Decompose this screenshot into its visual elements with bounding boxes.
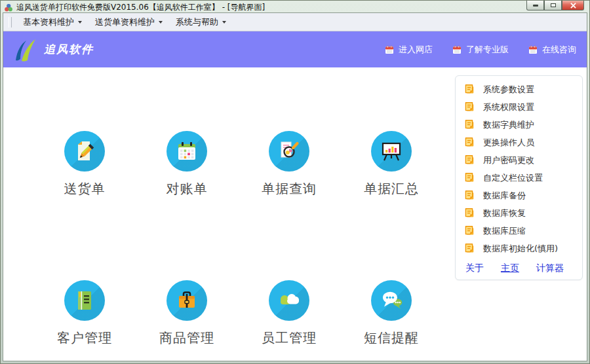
window-controls <box>526 1 584 10</box>
sidebar-item-label: 数据库备份 <box>483 190 526 202</box>
tile-label: 客户管理 <box>57 329 112 347</box>
header-link-label: 了解专业版 <box>466 44 509 56</box>
note-icon <box>463 225 475 236</box>
sidebar-item-custom-fields[interactable]: 自定义栏位设置 <box>463 169 576 187</box>
menu-delivery-data[interactable]: 送货单资料维护 <box>90 14 168 31</box>
title-bar: 追风送货单打印软件免费版V2015.06【追风软件工作室】 - [导航界面] <box>1 1 589 13</box>
sidebar-item-db-backup[interactable]: 数据库备份 <box>463 187 576 204</box>
sidebar-item-change-password[interactable]: 用户密码更改 <box>463 151 576 169</box>
tile-document-query[interactable]: 单据查询 <box>238 131 340 198</box>
menu-system-help[interactable]: 系统与帮助 <box>170 14 231 31</box>
maximize-button[interactable] <box>544 1 562 10</box>
note-icon <box>463 119 475 130</box>
tile-employee-management[interactable]: 员工管理 <box>238 280 340 347</box>
calendar-icon <box>528 45 538 54</box>
app-window: 追风送货单打印软件免费版V2015.06【追风软件工作室】 - [导航界面] 基… <box>0 0 590 364</box>
tile-label: 短信提醒 <box>364 329 419 347</box>
link-online-store[interactable]: 进入网店 <box>385 44 433 56</box>
tile-customer-management[interactable]: 客户管理 <box>33 280 136 347</box>
header-link-label: 进入网店 <box>399 44 433 56</box>
menu-label: 送货单资料维护 <box>95 16 155 28</box>
sidebar-item-label: 系统参数设置 <box>483 84 534 96</box>
close-button[interactable] <box>562 1 584 10</box>
window-title: 追风送货单打印软件免费版V2015.06【追风软件工作室】 - [导航界面] <box>16 2 265 12</box>
toolbar-gripper <box>9 17 12 27</box>
tile-circle <box>269 131 309 172</box>
tile-label: 单据汇总 <box>364 180 419 198</box>
brand-header: 追风软件 进入网店 <box>3 31 587 67</box>
tile-circle <box>167 131 207 172</box>
search-document-icon <box>277 139 302 164</box>
chevron-down-icon <box>159 21 163 24</box>
tile-circle <box>64 280 105 321</box>
tile-circle <box>167 280 207 321</box>
brand-logo-icon <box>11 37 40 63</box>
briefcase-icon <box>175 289 199 312</box>
sidebar-item-system-params[interactable]: 系统参数设置 <box>463 81 576 98</box>
tile-sms-reminder[interactable]: 短信提醒 <box>340 280 442 347</box>
tile-delivery-note[interactable]: 送货单 <box>33 131 136 198</box>
menu-label: 基本资料维护 <box>23 16 74 28</box>
homepage-link[interactable]: 主页 <box>501 263 519 274</box>
close-icon <box>570 3 576 9</box>
chevron-down-icon <box>222 21 226 24</box>
tiles-row-1: 送货单 <box>33 131 442 198</box>
brand-name: 追风软件 <box>44 42 94 57</box>
note-icon <box>463 172 475 183</box>
tile-statement[interactable]: 对账单 <box>136 131 238 198</box>
tile-product-management[interactable]: 商品管理 <box>136 280 238 347</box>
clouds-icon <box>277 288 302 313</box>
sidebar-item-label: 数据库恢复 <box>483 208 526 219</box>
sidebar-item-db-restore[interactable]: 数据库恢复 <box>463 204 576 222</box>
calendar-icon <box>452 45 462 54</box>
tiles-row-2: 客户管理 商品管理 <box>33 280 442 347</box>
sidebar-item-db-compress[interactable]: 数据库压缩 <box>463 222 576 240</box>
sidebar-item-label: 更换操作人员 <box>483 137 534 149</box>
sidebar-item-label: 数据库初始化(慎用) <box>483 243 558 255</box>
menu-bar: 基本资料维护 送货单资料维护 系统与帮助 <box>3 13 587 31</box>
tile-circle <box>269 280 309 321</box>
notebook-icon <box>73 289 96 312</box>
window-body: 基本资料维护 送货单资料维护 系统与帮助 追风软件 <box>3 12 587 361</box>
calculator-link[interactable]: 计算器 <box>536 263 564 274</box>
tile-circle <box>371 131 412 172</box>
tile-label: 对账单 <box>167 180 208 198</box>
delivery-note-icon <box>72 139 97 164</box>
about-link[interactable]: 关于 <box>465 263 484 274</box>
tile-label: 单据查询 <box>262 180 317 198</box>
tile-circle <box>371 280 412 321</box>
note-icon <box>463 155 475 166</box>
sidebar-item-label: 数据库压缩 <box>483 225 526 237</box>
calendar-statement-icon <box>175 139 199 163</box>
sidebar-item-label: 系统权限设置 <box>483 101 534 113</box>
sidebar-item-data-dictionary[interactable]: 数据字典维护 <box>463 116 576 134</box>
menu-basic-data[interactable]: 基本资料维护 <box>18 14 87 31</box>
sidebar-item-label: 数据字典维护 <box>483 119 534 131</box>
tile-document-summary[interactable]: 单据汇总 <box>340 131 442 198</box>
sidebar-item-system-permissions[interactable]: 系统权限设置 <box>463 98 576 116</box>
chart-board-icon <box>379 139 404 164</box>
note-icon <box>463 190 475 201</box>
sidebar-footer: 关于 主页 计算器 <box>463 263 576 274</box>
minimize-icon <box>533 5 538 7</box>
note-icon <box>463 101 475 113</box>
sidebar-item-change-operator[interactable]: 更换操作人员 <box>463 134 576 151</box>
sidebar-item-db-initialize[interactable]: 数据库初始化(慎用) <box>463 240 576 257</box>
note-icon <box>463 243 475 254</box>
app-icon <box>4 3 13 12</box>
link-pro-version[interactable]: 了解专业版 <box>452 44 509 56</box>
note-icon <box>463 84 475 95</box>
link-online-support[interactable]: 在线咨询 <box>528 44 576 56</box>
tile-label: 送货单 <box>64 180 106 198</box>
chevron-down-icon <box>78 21 82 24</box>
sidebar-item-label: 自定义栏位设置 <box>483 172 543 184</box>
settings-panel: 系统参数设置 系统权限设置 <box>455 75 583 280</box>
note-icon <box>463 208 475 219</box>
brand: 追风软件 <box>11 37 94 63</box>
note-icon <box>463 137 475 148</box>
header-link-label: 在线咨询 <box>542 44 576 56</box>
tile-label: 商品管理 <box>159 329 214 347</box>
chat-bubbles-icon <box>379 288 404 313</box>
sidebar-item-label: 用户密码更改 <box>483 155 534 166</box>
minimize-button[interactable] <box>526 1 544 10</box>
